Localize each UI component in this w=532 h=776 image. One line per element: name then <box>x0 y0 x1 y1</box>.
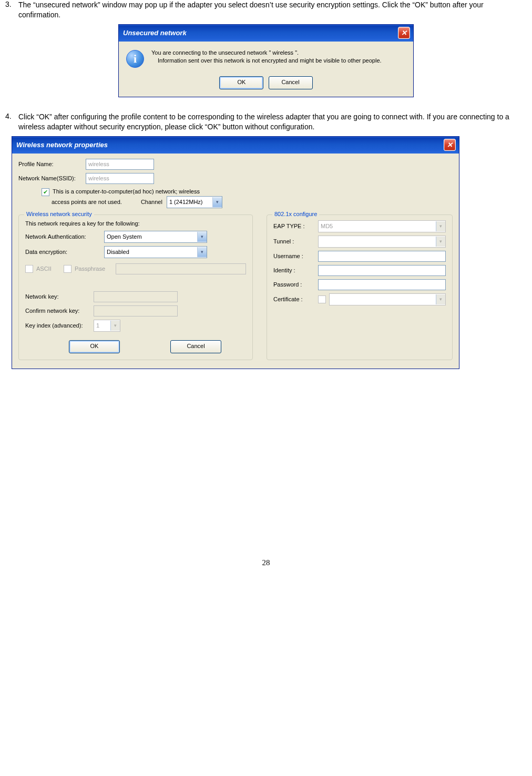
msg-line-2: Information sent over this network is no… <box>151 57 406 65</box>
chevron-down-icon: ▾ <box>436 237 445 247</box>
dialog-title: Wireless network properties <box>16 141 108 149</box>
security-group: Wireless network security This network r… <box>18 215 253 360</box>
unsecured-network-dialog: Unsecured network ✕ i You are connecting… <box>118 24 414 97</box>
step-4: 4. Click “OK” after configuring the prof… <box>5 112 527 132</box>
confirmkey-label: Confirm network key: <box>25 308 94 314</box>
security-desc: This network requires a key for the foll… <box>25 220 246 227</box>
cancel-button[interactable]: Cancel <box>269 76 313 89</box>
eap-legend: 802.1x configure <box>272 211 319 217</box>
tunnel-label: Tunnel : <box>273 238 318 244</box>
dialog-message: You are connecting to the unsecured netw… <box>147 49 406 68</box>
enc-value: Disabled <box>107 249 129 255</box>
confirmkey-input <box>94 305 178 316</box>
adhoc-checkbox[interactable]: ✔ <box>42 188 49 196</box>
cert-label: Certificate : <box>273 296 318 302</box>
keyindex-label: Key index (advanced): <box>25 322 94 329</box>
ascii-checkbox <box>25 265 33 273</box>
close-icon[interactable]: ✕ <box>444 139 456 151</box>
passphrase-checkbox <box>64 265 71 273</box>
ssid-label: Network Name(SSID): <box>18 175 86 181</box>
netkey-input <box>94 291 178 302</box>
profile-name-label: Profile Name: <box>18 161 86 167</box>
close-icon[interactable]: ✕ <box>398 27 410 39</box>
profile-name-input[interactable]: wireless <box>86 159 154 170</box>
adhoc-text-1: This is a computer-to-computer(ad hoc) n… <box>53 188 200 195</box>
ok-button[interactable]: OK <box>219 76 263 89</box>
keyindex-value: 1 <box>96 322 99 329</box>
cert-checkbox <box>318 295 326 303</box>
step-text: The “unsecured network” window may pop u… <box>18 0 527 20</box>
wireless-properties-dialog: Wireless network properties ✕ Profile Na… <box>12 136 459 369</box>
info-icon: i <box>126 49 147 68</box>
chevron-down-icon: ▾ <box>197 247 207 257</box>
enc-label: Data encryption: <box>25 249 104 255</box>
dialog-title: Unsecured network <box>123 29 187 37</box>
step-number: 3. <box>5 0 18 20</box>
adhoc-text-2: access points are not used. <box>52 199 122 205</box>
step-text: Click “OK” after configuring the profile… <box>18 112 527 132</box>
chevron-down-icon: ▾ <box>197 232 207 242</box>
chevron-down-icon: ▾ <box>110 321 120 331</box>
eap-value: MD5 <box>321 223 333 229</box>
eap-group: 802.1x configure EAP TYPE : MD5 ▾ Tunnel… <box>267 215 453 360</box>
eap-type-select: MD5 ▾ <box>318 220 446 232</box>
passphrase-label: Passphrase <box>75 266 116 272</box>
channel-label: Channel <box>141 199 162 205</box>
step-number: 4. <box>5 112 18 132</box>
username-input[interactable] <box>318 251 446 262</box>
eap-label: EAP TYPE : <box>273 223 318 229</box>
auth-label: Network Authentication: <box>25 233 104 240</box>
dialog-buttons: OK Cancel <box>119 73 413 97</box>
page-number: 28 <box>5 558 527 567</box>
titlebar[interactable]: Wireless network properties ✕ <box>12 137 459 154</box>
ok-button[interactable]: OK <box>69 340 120 353</box>
channel-value: 1 (2412MHz) <box>169 199 203 205</box>
chevron-down-icon: ▾ <box>436 221 445 231</box>
password-label: Password : <box>273 281 318 288</box>
auth-value: Open System <box>107 233 142 240</box>
dialog-body: i You are connecting to the unsecured ne… <box>119 42 413 73</box>
security-legend: Wireless network security <box>24 211 94 217</box>
chevron-down-icon: ▾ <box>212 197 222 207</box>
enc-select[interactable]: Disabled ▾ <box>104 246 207 258</box>
netkey-label: Network key: <box>25 293 94 300</box>
identity-input[interactable] <box>318 265 446 276</box>
cert-select: ▾ <box>329 293 446 305</box>
titlebar[interactable]: Unsecured network ✕ <box>119 25 413 42</box>
step-3: 3. The “unsecured network” window may po… <box>5 0 527 20</box>
ascii-label: ASCII <box>36 266 64 272</box>
auth-select[interactable]: Open System ▾ <box>104 231 207 243</box>
ssid-input[interactable]: wireless <box>86 173 154 184</box>
cancel-button[interactable]: Cancel <box>170 340 221 353</box>
chevron-down-icon: ▾ <box>436 294 445 304</box>
tunnel-select: ▾ <box>318 236 446 248</box>
channel-select[interactable]: 1 (2412MHz) ▾ <box>167 196 222 208</box>
dialog-body: Profile Name: wireless Network Name(SSID… <box>12 154 459 369</box>
username-label: Username : <box>273 253 318 259</box>
password-input[interactable] <box>318 279 446 290</box>
keyindex-select: 1 ▾ <box>94 320 120 332</box>
passphrase-input <box>116 263 246 274</box>
msg-line-1: You are connecting to the unsecured netw… <box>151 49 406 57</box>
identity-label: Identity : <box>273 267 318 273</box>
